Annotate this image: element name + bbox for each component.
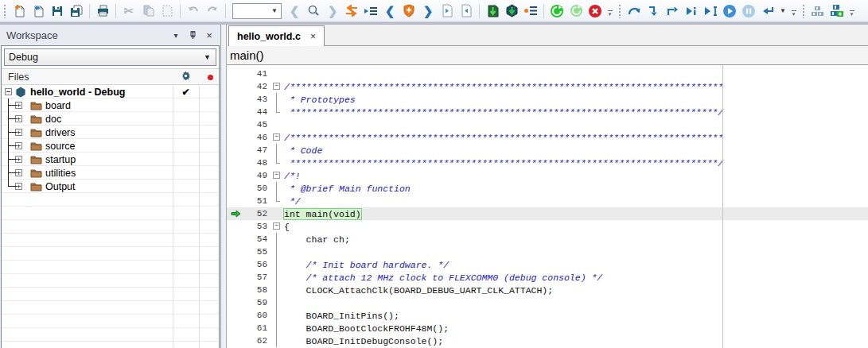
breakpoint-gutter[interactable] (227, 207, 244, 220)
tree-item-project-root[interactable]: − hello_world - Debug ✔ (2, 85, 219, 99)
breakpoint-gutter[interactable] (227, 118, 244, 131)
fold-column[interactable] (271, 207, 284, 220)
breakpoints-column-header[interactable] (199, 72, 221, 83)
breakpoint-gutter[interactable] (227, 93, 244, 106)
breakpoint-gutter[interactable] (227, 169, 244, 182)
make-restart-icon[interactable] (547, 2, 566, 21)
copy-icon[interactable] (138, 2, 158, 21)
code-line[interactable]: 44 *************************************… (227, 106, 868, 118)
fold-minus-icon[interactable]: − (273, 222, 280, 230)
breakpoint-gutter[interactable] (227, 182, 244, 195)
find-icon[interactable] (304, 2, 323, 21)
code-line[interactable]: 47 * Code (227, 144, 868, 157)
toolbar-grip[interactable] (618, 4, 622, 18)
toolbar-overflow-icon[interactable]: ▾ (847, 3, 856, 19)
stepping-dropdown-icon[interactable]: ▼ (777, 2, 788, 21)
fold-column[interactable] (271, 157, 284, 169)
next-doc-icon[interactable] (457, 2, 476, 21)
stack-window-add-icon[interactable] (827, 2, 847, 21)
step-over-icon[interactable] (625, 2, 644, 21)
download-and-debug-icon[interactable] (502, 2, 521, 21)
collapse-minus-icon[interactable]: − (5, 88, 12, 95)
expand-plus-icon[interactable]: + (15, 129, 22, 136)
code-line[interactable]: 46 − /**********************************… (227, 131, 868, 144)
fold-column[interactable]: − (271, 131, 284, 144)
breakpoint-gutter[interactable] (227, 157, 244, 169)
breakpoint-gutter[interactable] (227, 131, 244, 144)
fold-column[interactable] (271, 258, 284, 271)
debug-without-download-icon[interactable] (521, 2, 540, 21)
fold-column[interactable] (271, 322, 284, 334)
function-breadcrumb[interactable]: main() (227, 46, 868, 65)
fold-column[interactable] (271, 246, 284, 258)
files-column-header[interactable]: Files (2, 69, 219, 85)
code-line[interactable]: 59 (227, 296, 868, 309)
tree-item-utilities[interactable]: + utilities (2, 166, 219, 180)
fold-column[interactable] (271, 195, 284, 207)
fold-column[interactable] (271, 284, 284, 296)
tree-item-drivers[interactable]: + drivers (2, 126, 219, 139)
code-line[interactable]: 42 − /**********************************… (227, 80, 868, 93)
code-line[interactable]: 45 (227, 118, 868, 131)
code-line[interactable]: 58 CLOCK_AttachClk(BOARD_DEBUG_UART_CLK_… (227, 284, 868, 296)
prev-bookmark-icon[interactable]: ❮ (380, 2, 399, 21)
undo-icon[interactable] (184, 2, 203, 21)
fold-column[interactable] (271, 106, 284, 118)
save-all-icon[interactable] (67, 2, 86, 21)
toolbar-overflow-icon[interactable]: ▾ (789, 3, 798, 19)
breakpoint-gutter[interactable] (227, 284, 244, 296)
breakpoint-gutter[interactable] (227, 322, 244, 334)
config-dropdown[interactable]: Debug ▼ (4, 48, 216, 66)
workspace-title-bar[interactable]: Workspace ▾ × (0, 25, 220, 45)
bookmark-list-icon[interactable] (361, 2, 380, 21)
fold-column[interactable] (271, 93, 284, 106)
fold-column[interactable] (271, 271, 284, 284)
breakpoint-gutter[interactable] (227, 271, 244, 284)
run-to-cursor-icon[interactable] (701, 2, 720, 21)
tree-item-output[interactable]: + Output (2, 180, 219, 193)
fold-column[interactable] (271, 68, 284, 80)
code-line[interactable]: 48 *************************************… (227, 157, 868, 169)
stop-build-icon[interactable] (586, 2, 605, 21)
code-line[interactable]: 49 − /*! (227, 169, 868, 182)
nav-forward-icon[interactable]: ❯ (323, 2, 342, 21)
stop-debugging-icon[interactable] (758, 2, 777, 21)
code-line[interactable]: 62 BOARD_InitDebugConsole(); (227, 334, 868, 347)
fold-minus-icon[interactable]: − (273, 172, 280, 179)
fold-column[interactable]: − (271, 80, 284, 93)
tree-item-doc[interactable]: + doc (2, 112, 219, 126)
code-line[interactable]: 43 * Prototypes (227, 93, 868, 106)
step-into-icon[interactable] (644, 2, 663, 21)
code-line[interactable]: 52 int main(void) (227, 207, 868, 220)
tab-close-icon[interactable]: × (310, 31, 316, 42)
fold-column[interactable] (271, 118, 284, 131)
next-bookmark-icon[interactable]: ❯ (418, 2, 438, 21)
next-statement-icon[interactable] (682, 2, 701, 21)
prev-doc-icon[interactable] (438, 2, 457, 21)
tree-item-board[interactable]: + board (2, 99, 219, 112)
panel-splitter[interactable] (220, 25, 226, 348)
breakpoint-gutter[interactable] (227, 309, 244, 322)
breakpoint-gutter[interactable] (227, 195, 244, 207)
breakpoint-gutter[interactable] (227, 106, 244, 118)
fold-minus-icon[interactable]: − (273, 133, 280, 141)
breakpoint-gutter[interactable] (227, 258, 244, 271)
fold-column[interactable]: − (271, 169, 284, 182)
save-icon[interactable] (48, 2, 67, 21)
tree-item-startup[interactable]: + startup (2, 153, 219, 166)
breakpoint-gutter[interactable] (227, 144, 244, 157)
code-line[interactable]: 50 * @brief Main function (227, 182, 868, 195)
fold-column[interactable] (271, 233, 284, 246)
break-icon[interactable] (739, 2, 758, 21)
fold-column[interactable] (271, 296, 284, 309)
options-column-header[interactable] (173, 71, 199, 83)
expand-plus-icon[interactable]: + (15, 142, 22, 149)
print-icon[interactable] (93, 2, 112, 21)
nav-back-icon[interactable]: ❮ (285, 2, 304, 21)
breakpoint-gutter[interactable] (227, 80, 244, 93)
step-out-icon[interactable] (663, 2, 682, 21)
breakpoint-gutter[interactable] (227, 296, 244, 309)
toggle-source-icon[interactable] (342, 2, 361, 21)
toolbar-overflow-icon[interactable]: ▾ (605, 3, 614, 19)
expand-plus-icon[interactable]: + (15, 156, 22, 163)
